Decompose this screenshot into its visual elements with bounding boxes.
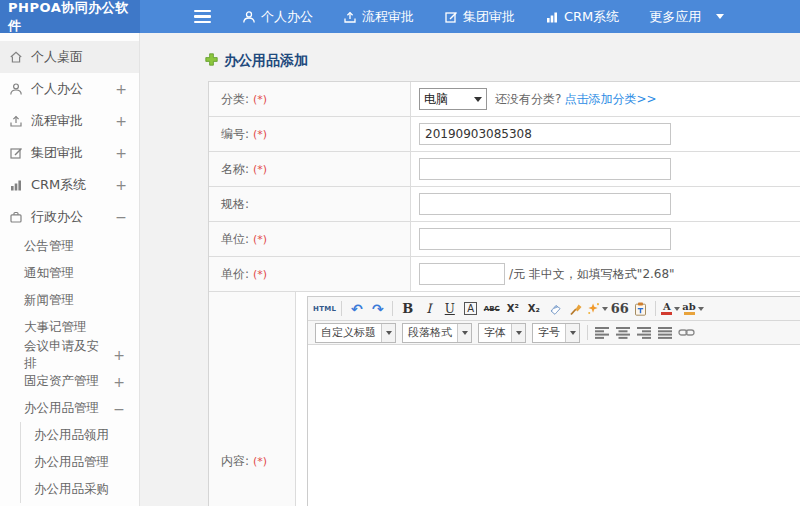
sidebar-item-news-mgmt[interactable]: 新闻管理: [0, 287, 139, 314]
app-logo[interactable]: PHPOA协同办公软件: [0, 0, 140, 33]
sidebar-subsub-group: 办公用品领用 办公用品管理 办公用品采购: [20, 422, 139, 503]
category-selected-value: 电脑: [424, 91, 448, 108]
select-caret-icon: [565, 324, 579, 342]
unit-label: 单位:(*): [209, 222, 411, 256]
nav-label: 流程审批: [362, 8, 414, 26]
sidebar-item-supplies-claim[interactable]: 办公用品领用: [21, 422, 139, 449]
paragraph-format-select[interactable]: 段落格式: [402, 323, 472, 343]
remove-format-icon[interactable]: [545, 299, 564, 318]
expand-sign[interactable]: +: [115, 113, 127, 129]
form-row-category: 分类:(*) 电脑 还没有分类? 点击添加分类>>: [209, 82, 800, 117]
caret-down-icon: [716, 14, 724, 19]
sidebar-item-label: 行政办公: [31, 208, 115, 226]
expand-sign[interactable]: −: [113, 401, 125, 417]
undo-button[interactable]: ↶: [347, 299, 366, 318]
redo-button[interactable]: ↷: [368, 299, 387, 318]
sidebar-item-admin-office[interactable]: 行政办公 −: [0, 201, 139, 233]
unit-input[interactable]: [419, 228, 671, 250]
nav-workflow-approval[interactable]: 流程审批: [343, 8, 414, 26]
html-source-button[interactable]: HTML: [313, 299, 336, 318]
blockquote-button[interactable]: 66: [610, 299, 629, 318]
sidebar-item-crm[interactable]: CRM系统 +: [0, 169, 139, 201]
font-family-select[interactable]: 字体: [478, 323, 526, 343]
sidebar-item-group-approval[interactable]: 集团审批 +: [0, 137, 139, 169]
subscript-button[interactable]: X₂: [524, 299, 543, 318]
align-left-icon[interactable]: [593, 323, 612, 342]
font-size-select[interactable]: 字号: [532, 323, 580, 343]
main-content: 办公用品添加 分类:(*) 电脑 还没有分类? 点击添加分类>> 编号:(*): [140, 33, 800, 506]
sidebar-item-label: 个人桌面: [31, 48, 127, 66]
align-center-icon[interactable]: [614, 323, 633, 342]
highlight-color-button[interactable]: ab: [682, 299, 703, 318]
form-row-name: 名称:(*): [209, 152, 800, 187]
char-border-button[interactable]: A: [461, 299, 480, 318]
name-input[interactable]: [419, 158, 671, 180]
select-caret-icon: [457, 324, 471, 342]
nav-personal-office[interactable]: 个人办公: [242, 8, 313, 26]
form-row-price: 单价:(*) /元 非中文，如填写格式"2.68": [209, 257, 800, 292]
underline-button[interactable]: U: [440, 299, 459, 318]
select-caret-icon: [474, 97, 482, 102]
nav-label: 更多应用: [649, 8, 701, 26]
nav-more-apps[interactable]: 更多应用: [649, 8, 724, 26]
hamburger-menu-icon[interactable]: [194, 0, 216, 33]
bar-chart-icon: [545, 10, 559, 24]
paste-icon[interactable]: [631, 299, 650, 318]
rich-text-editor: HTML ↶ ↷ B I U A ABC X² X₂: [307, 296, 800, 506]
code-input[interactable]: [419, 123, 671, 145]
spec-input[interactable]: [419, 193, 671, 215]
category-select[interactable]: 电脑: [419, 88, 487, 110]
sidebar-subsub-label: 办公用品采购: [34, 481, 109, 498]
sidebar-subsub-label: 办公用品领用: [34, 427, 109, 444]
italic-button[interactable]: I: [419, 299, 438, 318]
expand-sign[interactable]: +: [115, 145, 127, 161]
add-category-link[interactable]: 点击添加分类>>: [564, 91, 656, 108]
strikethrough-button[interactable]: ABC: [482, 299, 501, 318]
sidebar-item-label: 流程审批: [31, 112, 115, 130]
sidebar-item-label: 集团审批: [31, 144, 115, 162]
sidebar-item-desktop[interactable]: 个人桌面: [0, 41, 139, 73]
workflow-icon: [8, 114, 23, 129]
expand-sign[interactable]: +: [113, 347, 125, 363]
superscript-button[interactable]: X²: [503, 299, 522, 318]
user-icon: [242, 10, 256, 24]
expand-sign[interactable]: +: [115, 177, 127, 193]
price-input[interactable]: [419, 263, 505, 285]
link-icon[interactable]: [677, 323, 696, 342]
sidebar-item-notice-mgmt[interactable]: 通知管理: [0, 260, 139, 287]
editor-toolbar-row-2: 自定义标题 段落格式 字体 字号: [308, 321, 800, 345]
sidebar-item-label: CRM系统: [31, 176, 115, 194]
nav-group-approval[interactable]: 集团审批: [444, 8, 515, 26]
select-caret-icon: [381, 324, 395, 342]
sidebar-item-announcement-mgmt[interactable]: 公告管理: [0, 233, 139, 260]
expand-sign[interactable]: +: [115, 81, 127, 97]
required-mark: (*): [253, 233, 267, 246]
font-color-button[interactable]: A: [661, 299, 680, 318]
bar-chart-icon: [8, 178, 23, 193]
nav-label: 集团审批: [463, 8, 515, 26]
sidebar-item-office-supplies-mgmt[interactable]: 办公用品管理−: [0, 395, 139, 422]
required-mark: (*): [253, 268, 267, 281]
expand-sign[interactable]: −: [115, 209, 127, 225]
required-mark: (*): [253, 163, 267, 176]
editor-content-area[interactable]: [308, 345, 800, 506]
required-mark: (*): [253, 455, 267, 468]
sidebar-item-workflow-approval[interactable]: 流程审批 +: [0, 105, 139, 137]
custom-title-select[interactable]: 自定义标题: [315, 323, 396, 343]
sidebar-subsub-label: 办公用品管理: [34, 454, 109, 471]
sidebar-item-personal-office[interactable]: 个人办公 +: [0, 73, 139, 105]
sidebar-item-supplies-manage[interactable]: 办公用品管理: [21, 449, 139, 476]
sidebar-sub-label: 固定资产管理: [24, 373, 99, 390]
sidebar-item-assets-mgmt[interactable]: 固定资产管理+: [0, 368, 139, 395]
auto-typeset-button[interactable]: [587, 299, 608, 318]
category-label: 分类:(*): [209, 82, 411, 116]
align-right-icon[interactable]: [635, 323, 654, 342]
justify-icon[interactable]: [656, 323, 675, 342]
sidebar-item-supplies-purchase[interactable]: 办公用品采购: [21, 476, 139, 503]
format-painter-icon[interactable]: [566, 299, 585, 318]
bold-button[interactable]: B: [398, 299, 417, 318]
expand-sign[interactable]: +: [113, 374, 125, 390]
nav-crm[interactable]: CRM系统: [545, 8, 619, 26]
sidebar-item-meeting-mgmt[interactable]: 会议申请及安排+: [0, 341, 139, 368]
edit-icon: [444, 10, 458, 24]
